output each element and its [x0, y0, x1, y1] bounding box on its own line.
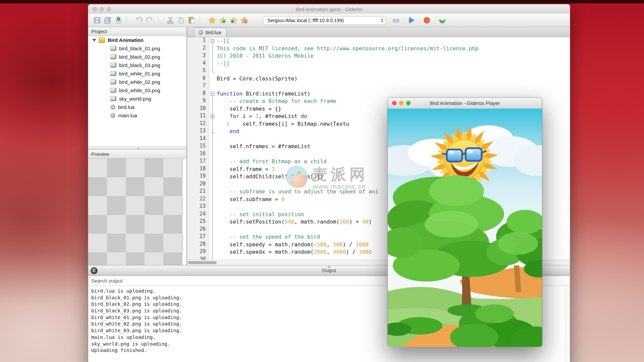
line-number: 1	[187, 37, 209, 45]
sidebar-splitter[interactable]	[88, 146, 186, 150]
stop-button[interactable]	[422, 16, 432, 25]
undo-button[interactable]	[134, 16, 144, 25]
file-name: bird.lua	[118, 104, 135, 110]
line-number: 22	[187, 196, 209, 203]
close-icon[interactable]	[93, 7, 97, 11]
code-line[interactable]: Bird = Core.class(Sprite)	[217, 75, 570, 83]
redo-button[interactable]	[145, 16, 155, 25]
line-number: 24	[187, 211, 209, 219]
project-tree-item[interactable]: bird_white_01.png	[88, 69, 186, 78]
bookmark-prev-button[interactable]	[228, 16, 238, 25]
image-file-icon	[110, 63, 116, 68]
paste-button[interactable]	[186, 16, 197, 25]
preview-panel: Preview	[88, 150, 186, 265]
ide-traffic-lights	[93, 7, 111, 11]
stop-icon	[423, 16, 431, 24]
player-selector-dropdown[interactable]: Sergius-iMac.local (::ffff:10.9.0.199)	[263, 16, 386, 25]
lua-file-icon	[110, 105, 115, 110]
code-line[interactable]: (C) 2010 - 2011 Gideros Mobile	[217, 52, 570, 60]
ide-titlebar[interactable]: Bird Animation.gproj - Gideros	[88, 4, 570, 14]
image-file-icon	[110, 46, 116, 51]
fold-marker[interactable]	[211, 39, 214, 43]
line-number: 3	[187, 52, 209, 60]
ide-toolbar: Sergius-iMac.local (::ffff:10.9.0.199)	[88, 14, 570, 27]
fold-guide-tick	[212, 132, 215, 133]
toolbar-separator	[126, 16, 131, 24]
minimize-icon[interactable]	[100, 7, 104, 11]
code-line[interactable]: --]]	[217, 60, 570, 68]
line-number: 4	[187, 60, 209, 68]
export-icon	[115, 16, 122, 24]
project-tree-root[interactable]: Bird Animation	[88, 36, 186, 44]
player-selector-value: Sergius-iMac.local (::ffff:10.9.0.199)	[267, 18, 379, 23]
save-all-icon	[104, 16, 112, 24]
code-fold-column[interactable]	[209, 37, 217, 260]
project-package-icon	[99, 37, 105, 43]
output-vertical-scrollbar[interactable]	[565, 286, 570, 362]
tab-bird-lua[interactable]: bird.lua	[195, 27, 227, 37]
player-scene	[388, 109, 542, 347]
line-number: 16	[187, 150, 209, 158]
undo-icon	[135, 16, 143, 24]
fold-guide-tick	[212, 72, 215, 72]
project-tree-item[interactable]: bird_white_02.png	[88, 78, 186, 86]
disclosure-triangle-icon[interactable]	[92, 39, 96, 42]
minimize-icon[interactable]	[399, 101, 404, 105]
project-tree-item[interactable]: main.lua	[88, 111, 186, 120]
file-name: bird_white_02.png	[119, 79, 160, 85]
code-line[interactable]	[217, 82, 570, 90]
bookmark-next-button[interactable]	[218, 16, 228, 25]
toolbar-left-group	[92, 16, 250, 25]
gamepad-button[interactable]	[391, 16, 401, 25]
save-all-button[interactable]	[103, 16, 113, 25]
preview-panel-header: Preview	[88, 150, 186, 159]
redo-icon	[146, 16, 154, 24]
zoom-icon[interactable]	[406, 101, 411, 105]
desktop-top-strip	[0, 0, 644, 3]
copy-icon	[177, 16, 185, 24]
player-titlebar[interactable]: Bird Animation - Gideros Player	[388, 98, 542, 109]
line-number: 14	[187, 135, 209, 143]
save-button[interactable]	[92, 16, 102, 25]
zoom-icon[interactable]	[107, 7, 111, 11]
fold-marker[interactable]	[211, 92, 214, 96]
line-number: 9	[187, 98, 209, 105]
start-player-button[interactable]	[406, 16, 416, 25]
hscrollbar-handle[interactable]	[188, 261, 217, 264]
paste-icon	[188, 16, 196, 24]
file-name: main.lua	[118, 113, 137, 118]
line-number: 27	[187, 233, 209, 241]
project-tree-item[interactable]: bird_black_02.png	[88, 53, 186, 61]
project-tree-item[interactable]: bird_black_03.png	[88, 61, 186, 69]
player-traffic-lights	[392, 101, 411, 105]
export-button[interactable]	[113, 16, 123, 25]
image-file-icon	[110, 71, 116, 76]
close-icon[interactable]	[392, 101, 396, 105]
cut-button[interactable]	[165, 16, 175, 25]
code-line[interactable]	[217, 67, 570, 75]
image-file-icon	[110, 54, 116, 59]
code-line[interactable]: --[[	[217, 37, 570, 45]
sprout-button[interactable]	[437, 16, 447, 25]
project-tree-item[interactable]: bird_black_01.png	[88, 44, 186, 53]
line-number: 18	[187, 166, 209, 173]
copy-button[interactable]	[176, 16, 186, 25]
code-line[interactable]: function Bird:init(frameList)	[217, 90, 570, 98]
file-name: bird_black_03.png	[119, 62, 160, 68]
project-tree-item[interactable]: sky_world.png	[88, 95, 186, 103]
file-name: bird_black_02.png	[119, 54, 160, 60]
tab-label: bird.lua	[206, 30, 221, 35]
line-number: 28	[187, 241, 209, 249]
project-tree-item[interactable]: bird.lua	[88, 103, 186, 111]
project-tree-item[interactable]: bird_white_03.png	[88, 86, 186, 95]
line-number: 30	[187, 256, 209, 260]
line-number: 19	[187, 173, 209, 181]
bookmark-prev-icon	[230, 16, 237, 24]
code-line[interactable]: This code is MIT licensed, see http://ww…	[217, 45, 570, 53]
image-file-icon	[110, 96, 116, 101]
file-name: bird_white_03.png	[119, 87, 160, 93]
line-number: 25	[187, 218, 209, 226]
toolbar-separator	[200, 16, 205, 24]
bookmark-clear-button[interactable]	[239, 16, 249, 25]
bookmark-button[interactable]	[207, 16, 217, 25]
